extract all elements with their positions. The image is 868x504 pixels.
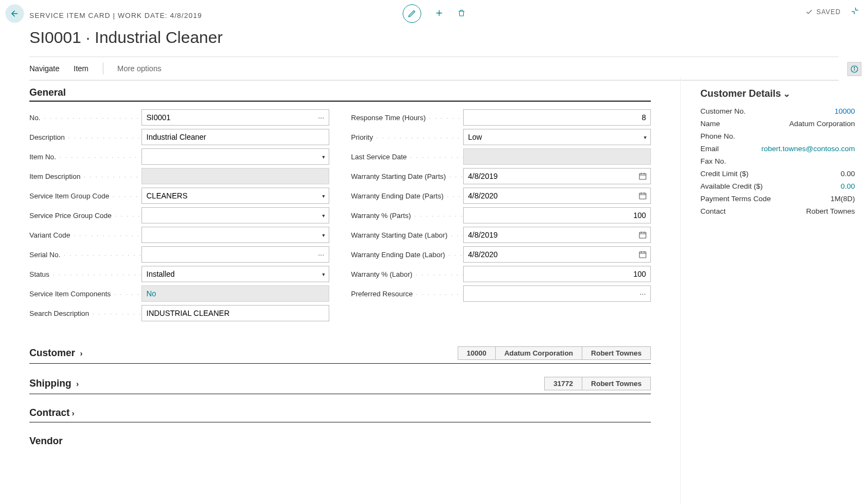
assist-serial[interactable]: ··· (314, 247, 328, 262)
label-group: Service Item Group Code (29, 192, 141, 200)
factbox-toggle[interactable] (847, 62, 861, 76)
field-variant[interactable] (141, 227, 329, 243)
label-wsp: Warranty Starting Date (Parts) (351, 172, 463, 181)
collapse-button[interactable] (851, 7, 859, 17)
label-pref: Preferred Resource (351, 290, 463, 298)
field-item-no[interactable] (141, 148, 329, 165)
chevron-right-icon: › (72, 409, 75, 418)
calendar-icon[interactable] (637, 248, 649, 260)
calendar-icon[interactable] (637, 229, 649, 241)
section-vendor-label: Vendor (29, 435, 63, 447)
field-wep[interactable] (463, 188, 651, 204)
factbox-customer-details-title[interactable]: Customer Details ⌄ (700, 88, 855, 99)
section-shipping[interactable]: Shipping › 31772 Robert Townes (29, 377, 651, 394)
collapse-icon (851, 7, 859, 15)
chevron-right-icon: › (76, 379, 79, 388)
field-description[interactable] (141, 129, 329, 145)
customer-pill-contact[interactable]: Robert Townes (582, 346, 651, 360)
section-contract-label: Contract (29, 407, 70, 419)
action-more-options[interactable]: More options (118, 64, 162, 73)
svg-rect-3 (639, 173, 646, 179)
section-general-title[interactable]: General (29, 87, 651, 102)
shipping-pill-code[interactable]: 31772 (544, 377, 582, 390)
label-components: Service Item Components (29, 290, 141, 298)
delete-button[interactable] (457, 8, 466, 20)
saved-label: SAVED (816, 8, 841, 16)
cd-value-email[interactable]: robert.townes@contoso.com (761, 145, 855, 153)
field-wpp[interactable] (463, 207, 651, 223)
field-search[interactable] (141, 305, 329, 321)
label-wel: Warranty Ending Date (Labor) (351, 251, 463, 259)
factbox-title-label: Customer Details (700, 88, 781, 99)
svg-rect-5 (639, 232, 646, 238)
section-contract[interactable]: Contract › (29, 407, 651, 422)
chevron-right-icon: › (80, 349, 83, 358)
cd-label-email: Email (700, 145, 719, 153)
cd-value-avail[interactable]: 0.00 (841, 182, 855, 190)
cd-value-name: Adatum Corporation (789, 120, 855, 128)
field-no[interactable] (141, 109, 329, 126)
field-response[interactable] (463, 109, 651, 126)
trash-icon (457, 8, 466, 18)
chevron-down-icon: ⌄ (783, 89, 790, 99)
action-navigate[interactable]: Navigate (29, 64, 59, 73)
saved-status: SAVED (805, 8, 841, 16)
cd-label-contact: Contact (700, 207, 726, 215)
field-priority[interactable]: Low (463, 129, 651, 145)
calendar-icon[interactable] (637, 190, 649, 202)
field-serial[interactable] (141, 246, 329, 263)
field-group[interactable] (141, 188, 329, 204)
field-wpl[interactable] (463, 266, 651, 282)
label-item-desc: Item Description (29, 172, 141, 181)
cd-value-credit: 0.00 (841, 170, 855, 178)
calendar-icon[interactable] (637, 170, 649, 182)
action-separator (103, 63, 103, 74)
label-search: Search Description (29, 309, 141, 318)
plus-icon (434, 8, 444, 18)
back-button[interactable] (5, 4, 24, 23)
section-vendor[interactable]: Vendor (29, 435, 651, 450)
customer-pill-name[interactable]: Adatum Corporation (496, 346, 582, 360)
label-no: No. (29, 114, 141, 122)
cd-label-phone: Phone No. (700, 132, 735, 140)
label-priority: Priority (351, 133, 463, 141)
new-button[interactable] (434, 8, 444, 20)
section-shipping-label: Shipping (29, 378, 71, 389)
label-item-no: Item No. (29, 153, 141, 161)
pencil-icon (408, 9, 416, 18)
svg-point-2 (854, 67, 854, 67)
field-pref[interactable] (463, 285, 651, 302)
cd-label-credit: Credit Limit ($) (700, 170, 749, 178)
customer-pill-no[interactable]: 10000 (458, 346, 496, 360)
field-wsl[interactable] (463, 227, 651, 243)
section-customer-label: Customer (29, 347, 75, 358)
field-status[interactable]: Installed (141, 266, 329, 282)
label-response: Response Time (Hours) (351, 114, 463, 122)
svg-rect-6 (639, 252, 646, 258)
field-item-desc (141, 168, 329, 184)
label-status: Status (29, 270, 141, 278)
label-wep: Warranty Ending Date (Parts) (351, 192, 463, 200)
field-wel[interactable] (463, 246, 651, 263)
edit-button[interactable] (403, 4, 421, 23)
label-variant: Variant Code (29, 231, 141, 239)
label-wpl: Warranty % (Labor) (351, 270, 463, 278)
cd-value-customer-no[interactable]: 10000 (834, 107, 855, 115)
shipping-pill-contact[interactable]: Robert Townes (582, 377, 651, 390)
field-last-service (463, 148, 651, 165)
assist-pref[interactable]: ··· (636, 287, 650, 301)
label-last-service: Last Service Date (351, 153, 463, 161)
field-price-group[interactable] (141, 207, 329, 223)
cd-label-name: Name (700, 120, 720, 128)
assist-no[interactable]: ··· (314, 110, 328, 125)
section-customer[interactable]: Customer › 10000 Adatum Corporation Robe… (29, 346, 651, 364)
action-item[interactable]: Item (73, 64, 88, 73)
label-price-group: Service Price Group Code (29, 211, 141, 220)
field-wsp[interactable] (463, 168, 651, 184)
page-title: SI0001 · Industrial Cleaner (0, 26, 868, 57)
arrow-left-icon (10, 9, 20, 18)
label-description: Description (29, 133, 141, 141)
field-components[interactable] (141, 285, 329, 302)
check-icon (805, 8, 813, 16)
label-serial: Serial No. (29, 251, 141, 259)
